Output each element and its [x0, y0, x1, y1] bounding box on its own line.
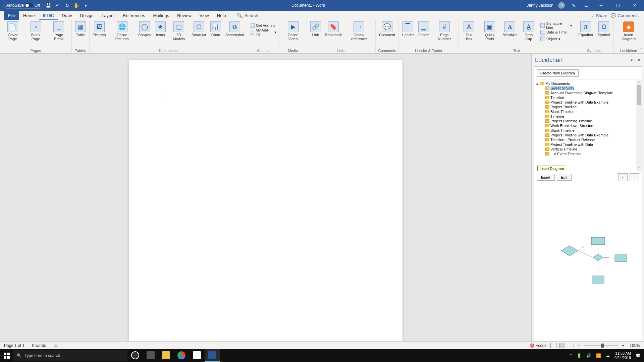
get-addins-button[interactable]: Get Add-ins: [249, 22, 278, 29]
tree-file-item[interactable]: Timeline: [536, 95, 642, 100]
prev-page-button[interactable]: «: [618, 173, 628, 181]
ribbon-display-icon[interactable]: ▭: [582, 1, 590, 9]
collapse-icon[interactable]: ◢: [536, 82, 539, 85]
next-page-button[interactable]: »: [630, 173, 639, 181]
equation-button[interactable]: πEquation: [577, 21, 595, 49]
print-layout-icon[interactable]: [559, 343, 565, 348]
scroll-down-icon[interactable]: ▾: [636, 166, 642, 171]
drop-cap-button[interactable]: A̲Drop Cap: [519, 21, 538, 49]
repeat-icon[interactable]: ↻: [63, 1, 71, 9]
pictures-button[interactable]: 🖼Pictures: [91, 21, 108, 49]
document-tree[interactable]: ◢ My Documents Sweet or SaltyAccount Own…: [534, 79, 642, 171]
onedrive-icon[interactable]: ☁: [606, 353, 610, 358]
battery-icon[interactable]: 🔋: [577, 353, 582, 358]
zoom-thumb[interactable]: [601, 344, 604, 348]
zoom-out-button[interactable]: −: [577, 343, 582, 348]
blank-page-button[interactable]: ▫Blank Page: [25, 21, 47, 49]
tree-root-folder[interactable]: ◢ My Documents: [536, 81, 642, 86]
tree-file-item[interactable]: Project Timeline: [536, 105, 642, 109]
read-mode-icon[interactable]: [550, 343, 556, 348]
chart-button[interactable]: 📊Chart: [208, 21, 223, 49]
share-button[interactable]: ⇪ Share: [591, 13, 607, 18]
web-layout-icon[interactable]: [568, 343, 574, 348]
tree-file-item[interactable]: Project Timeline with Data: [536, 142, 642, 147]
file-explorer-icon[interactable]: [158, 349, 174, 362]
word-icon[interactable]: [205, 349, 220, 362]
tree-file-item[interactable]: Vertical Timeline: [536, 147, 642, 152]
ink-icon[interactable]: ✎: [570, 1, 578, 9]
screenshot-button[interactable]: ⧉Screenshot: [224, 21, 246, 49]
collapse-ribbon-icon[interactable]: ˄: [640, 48, 642, 52]
tree-file-item[interactable]: Blank Timeline: [536, 109, 642, 114]
tree-file-item[interactable]: Timeline: [536, 114, 642, 119]
3d-models-button[interactable]: ◫3D Models: [168, 21, 189, 49]
tree-scrollbar[interactable]: ▴ ▾: [636, 80, 642, 171]
slack-icon[interactable]: [189, 349, 205, 362]
link-button[interactable]: 🔗Link: [308, 21, 323, 49]
action-center-icon[interactable]: 💬: [636, 353, 641, 358]
online-video-button[interactable]: ▶Online Video: [281, 21, 305, 49]
touch-mode-icon[interactable]: ✋: [72, 1, 80, 9]
icons-button[interactable]: ★Icons: [153, 21, 168, 49]
text-box-button[interactable]: AText Box: [460, 21, 478, 49]
scroll-thumb[interactable]: [637, 85, 641, 105]
table-button[interactable]: ▦Table: [73, 21, 88, 49]
tree-file-item[interactable]: Project Timeline with Data Example: [536, 100, 642, 105]
taskbar-search[interactable]: 🔍 Type here to search: [13, 350, 127, 361]
tab-view[interactable]: View: [196, 11, 213, 20]
tab-draw[interactable]: Draw: [58, 11, 76, 20]
cortana-icon[interactable]: [127, 349, 143, 362]
maximize-button[interactable]: ▢: [612, 1, 624, 9]
quick-parts-button[interactable]: ▣Quick Parts: [479, 21, 501, 49]
tree-file-item[interactable]: Account Ownership Diagram Template: [536, 90, 642, 95]
customize-qat-icon[interactable]: ▾: [82, 1, 90, 9]
tab-help[interactable]: Help: [213, 11, 230, 20]
tree-file-item[interactable]: Project Planning Timeline: [536, 119, 642, 123]
tell-me-search[interactable]: 🔍 Search: [237, 13, 258, 18]
chrome-icon[interactable]: [174, 349, 189, 362]
tab-mailings[interactable]: Mailings: [149, 11, 173, 20]
shapes-button[interactable]: ◯Shapes: [137, 21, 152, 49]
minimize-button[interactable]: ─: [595, 1, 607, 9]
save-icon[interactable]: 💾: [44, 1, 52, 9]
volume-icon[interactable]: 🔊: [586, 353, 591, 358]
tree-file-item[interactable]: Project Timeline with Data Example: [536, 133, 642, 137]
task-view-icon[interactable]: [143, 349, 158, 362]
panel-close-icon[interactable]: ✕: [637, 58, 641, 63]
zoom-level[interactable]: 100%: [628, 343, 641, 348]
tree-file-item[interactable]: …e Event Timeline: [536, 152, 642, 156]
edit-button[interactable]: Edit: [557, 174, 572, 181]
header-button[interactable]: ▔Header: [400, 21, 416, 49]
word-count[interactable]: 0 words: [31, 343, 47, 348]
page-number-button[interactable]: #Page Number: [432, 21, 457, 49]
tree-file-item[interactable]: Work Breakdown Structure: [536, 123, 642, 128]
create-new-diagram-button[interactable]: Create New Diagram: [537, 69, 579, 77]
document-page[interactable]: [129, 60, 402, 353]
tab-insert[interactable]: Insert: [39, 11, 58, 20]
tree-file-item[interactable]: Blank Timeline: [536, 128, 642, 133]
spell-check-icon[interactable]: 📖: [52, 343, 60, 348]
scroll-up-icon[interactable]: ▴: [636, 80, 642, 85]
comments-button[interactable]: 💬 Comments: [611, 13, 639, 18]
date-time-button[interactable]: Date & Time: [539, 29, 574, 36]
wifi-icon[interactable]: 📶: [596, 353, 601, 358]
insert-button[interactable]: Insert: [537, 174, 555, 181]
tab-layout[interactable]: Layout: [98, 11, 119, 20]
system-clock[interactable]: 11:56 AM 9/24/2019: [614, 351, 631, 360]
user-avatar[interactable]: JJ: [558, 2, 565, 9]
bookmark-button[interactable]: 🔖Bookmark: [324, 21, 343, 49]
symbol-button[interactable]: ΩSymbol: [596, 21, 612, 49]
panel-options-icon[interactable]: ▾: [631, 58, 633, 63]
comment-button[interactable]: 💬Comment: [377, 21, 397, 49]
object-button[interactable]: Object ▾: [539, 36, 574, 42]
tab-file[interactable]: File: [4, 11, 19, 20]
footer-button[interactable]: ▁Footer: [416, 21, 431, 49]
tree-file-item[interactable]: Sweet or Salty: [536, 86, 642, 90]
tab-design[interactable]: Design: [76, 11, 98, 20]
tab-references[interactable]: References: [119, 11, 149, 20]
smartart-button[interactable]: ⬡SmartArt: [190, 21, 208, 49]
wordart-button[interactable]: 𝐀WordArt: [501, 21, 519, 49]
insert-diagram-button[interactable]: ◆Insert Diagram: [615, 21, 642, 49]
focus-mode-button[interactable]: 🎯 Focus: [528, 343, 548, 348]
page-break-button[interactable]: ⎯Page Break: [48, 21, 70, 49]
